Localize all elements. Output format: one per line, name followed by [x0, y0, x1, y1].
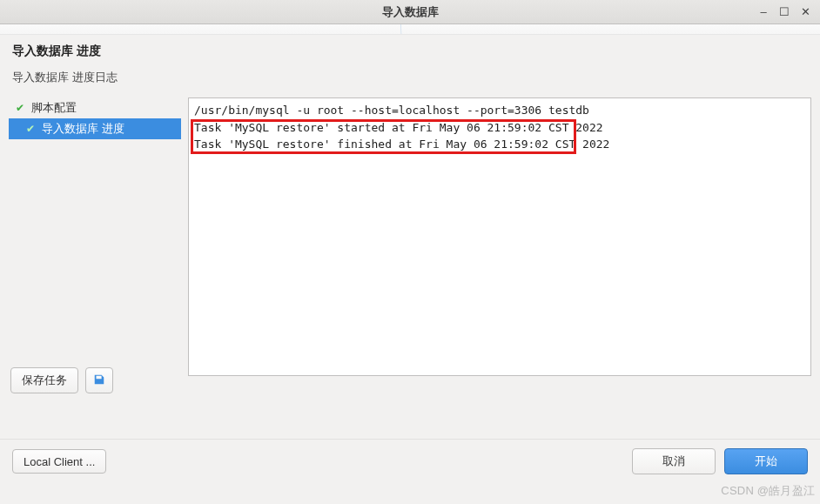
log-line: /usr/bin/mysql -u root --host=localhost … [194, 102, 805, 119]
window-title: 导入数据库 [0, 4, 820, 20]
minimize-button[interactable]: – [757, 6, 770, 18]
save-task-label: 保存任务 [22, 373, 67, 388]
tree-item-script-config[interactable]: ✔ 脚本配置 [9, 97, 181, 118]
local-client-button[interactable]: Local Client ... [12, 449, 106, 474]
save-task-button[interactable]: 保存任务 [10, 367, 78, 393]
save-icon [93, 373, 105, 388]
log-line: Task 'MySQL restore' started at Fri May … [194, 119, 805, 137]
maximize-button[interactable]: ☐ [778, 6, 790, 18]
log-line: Task 'MySQL restore' finished at Fri May… [194, 136, 805, 153]
cancel-button[interactable]: 取消 [632, 448, 716, 474]
tree-item-label: 导入数据库 进度 [42, 121, 124, 137]
log-panel[interactable]: /usr/bin/mysql -u root --host=localhost … [188, 97, 811, 376]
check-icon: ✔ [16, 102, 26, 114]
cancel-label: 取消 [662, 454, 685, 469]
sidebar: ✔ 脚本配置 ✔ 导入数据库 进度 保存任务 [9, 97, 181, 393]
window-controls: – ☐ ✕ [757, 0, 817, 24]
watermark: CSDN @皓月盈江 [721, 483, 815, 499]
export-script-button[interactable] [85, 367, 113, 393]
start-button[interactable]: 开始 [724, 448, 808, 474]
footer-actions: 取消 开始 [632, 448, 808, 474]
decor-strip [0, 24, 820, 35]
sidebar-actions: 保存任务 [9, 367, 181, 393]
check-icon: ✔ [26, 123, 37, 135]
local-client-label: Local Client ... [24, 455, 95, 468]
start-label: 开始 [755, 454, 777, 469]
step-tree: ✔ 脚本配置 ✔ 导入数据库 进度 [9, 97, 181, 139]
titlebar: 导入数据库 – ☐ ✕ [0, 0, 820, 24]
tree-item-progress[interactable]: ✔ 导入数据库 进度 [9, 118, 181, 139]
page-title: 导入数据库 进度 [0, 35, 820, 64]
close-button[interactable]: ✕ [799, 6, 811, 18]
footer: Local Client ... 取消 开始 [0, 439, 820, 504]
page-subtitle: 导入数据库 进度日志 [0, 64, 820, 97]
main-content: ✔ 脚本配置 ✔ 导入数据库 进度 保存任务 /usr/bin/mysql -u… [0, 97, 820, 393]
tree-item-label: 脚本配置 [31, 100, 77, 116]
